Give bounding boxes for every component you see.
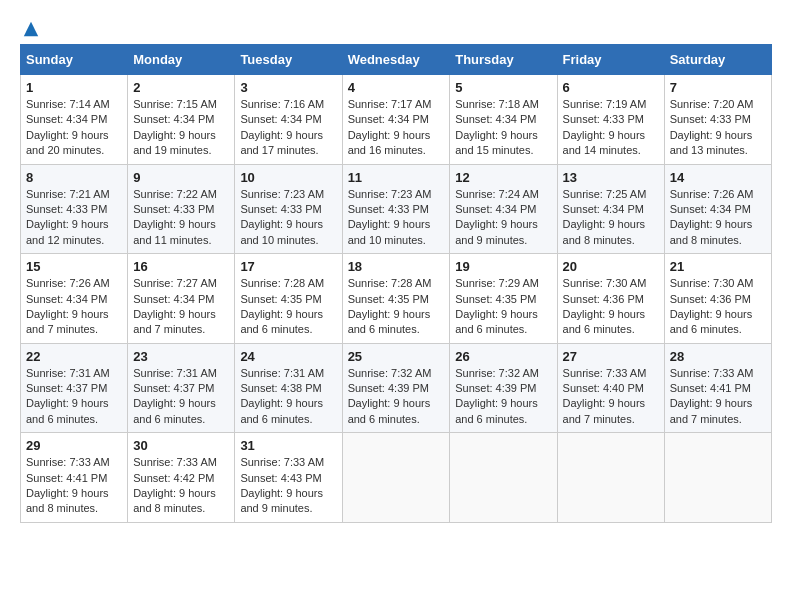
day-info: Sunrise: 7:33 AMSunset: 4:43 PMDaylight:…	[240, 455, 336, 517]
day-number: 9	[133, 170, 229, 185]
day-number: 27	[563, 349, 659, 364]
day-number: 14	[670, 170, 766, 185]
calendar-cell: 17Sunrise: 7:28 AMSunset: 4:35 PMDayligh…	[235, 254, 342, 344]
day-number: 13	[563, 170, 659, 185]
day-of-week-header: Saturday	[664, 45, 771, 75]
day-number: 18	[348, 259, 445, 274]
day-number: 22	[26, 349, 122, 364]
calendar-cell: 14Sunrise: 7:26 AMSunset: 4:34 PMDayligh…	[664, 164, 771, 254]
day-number: 20	[563, 259, 659, 274]
calendar-cell: 9Sunrise: 7:22 AMSunset: 4:33 PMDaylight…	[128, 164, 235, 254]
calendar-cell: 3Sunrise: 7:16 AMSunset: 4:34 PMDaylight…	[235, 75, 342, 165]
day-info: Sunrise: 7:33 AMSunset: 4:41 PMDaylight:…	[670, 366, 766, 428]
day-number: 24	[240, 349, 336, 364]
day-info: Sunrise: 7:17 AMSunset: 4:34 PMDaylight:…	[348, 97, 445, 159]
day-number: 7	[670, 80, 766, 95]
logo	[20, 20, 40, 34]
day-number: 15	[26, 259, 122, 274]
day-number: 26	[455, 349, 551, 364]
calendar-cell: 11Sunrise: 7:23 AMSunset: 4:33 PMDayligh…	[342, 164, 450, 254]
calendar-table: SundayMondayTuesdayWednesdayThursdayFrid…	[20, 44, 772, 523]
calendar-week-row: 15Sunrise: 7:26 AMSunset: 4:34 PMDayligh…	[21, 254, 772, 344]
day-info: Sunrise: 7:33 AMSunset: 4:41 PMDaylight:…	[26, 455, 122, 517]
calendar-cell: 5Sunrise: 7:18 AMSunset: 4:34 PMDaylight…	[450, 75, 557, 165]
day-info: Sunrise: 7:23 AMSunset: 4:33 PMDaylight:…	[240, 187, 336, 249]
calendar-cell: 26Sunrise: 7:32 AMSunset: 4:39 PMDayligh…	[450, 343, 557, 433]
calendar-cell: 2Sunrise: 7:15 AMSunset: 4:34 PMDaylight…	[128, 75, 235, 165]
day-info: Sunrise: 7:33 AMSunset: 4:42 PMDaylight:…	[133, 455, 229, 517]
calendar-cell: 18Sunrise: 7:28 AMSunset: 4:35 PMDayligh…	[342, 254, 450, 344]
day-info: Sunrise: 7:32 AMSunset: 4:39 PMDaylight:…	[455, 366, 551, 428]
day-number: 28	[670, 349, 766, 364]
day-number: 23	[133, 349, 229, 364]
day-number: 6	[563, 80, 659, 95]
day-of-week-header: Thursday	[450, 45, 557, 75]
day-info: Sunrise: 7:26 AMSunset: 4:34 PMDaylight:…	[670, 187, 766, 249]
day-number: 11	[348, 170, 445, 185]
day-number: 16	[133, 259, 229, 274]
day-of-week-header: Sunday	[21, 45, 128, 75]
day-info: Sunrise: 7:22 AMSunset: 4:33 PMDaylight:…	[133, 187, 229, 249]
day-info: Sunrise: 7:16 AMSunset: 4:34 PMDaylight:…	[240, 97, 336, 159]
day-of-week-header: Friday	[557, 45, 664, 75]
calendar-cell: 21Sunrise: 7:30 AMSunset: 4:36 PMDayligh…	[664, 254, 771, 344]
day-info: Sunrise: 7:23 AMSunset: 4:33 PMDaylight:…	[348, 187, 445, 249]
calendar-cell	[664, 433, 771, 523]
day-number: 3	[240, 80, 336, 95]
day-of-week-header: Monday	[128, 45, 235, 75]
calendar-cell: 19Sunrise: 7:29 AMSunset: 4:35 PMDayligh…	[450, 254, 557, 344]
day-info: Sunrise: 7:25 AMSunset: 4:34 PMDaylight:…	[563, 187, 659, 249]
calendar-cell: 27Sunrise: 7:33 AMSunset: 4:40 PMDayligh…	[557, 343, 664, 433]
day-number: 5	[455, 80, 551, 95]
day-info: Sunrise: 7:28 AMSunset: 4:35 PMDaylight:…	[240, 276, 336, 338]
calendar-cell: 6Sunrise: 7:19 AMSunset: 4:33 PMDaylight…	[557, 75, 664, 165]
day-number: 17	[240, 259, 336, 274]
calendar-cell	[450, 433, 557, 523]
calendar-cell: 25Sunrise: 7:32 AMSunset: 4:39 PMDayligh…	[342, 343, 450, 433]
day-info: Sunrise: 7:18 AMSunset: 4:34 PMDaylight:…	[455, 97, 551, 159]
calendar-cell: 15Sunrise: 7:26 AMSunset: 4:34 PMDayligh…	[21, 254, 128, 344]
day-number: 10	[240, 170, 336, 185]
svg-marker-0	[24, 22, 38, 36]
logo-icon	[22, 20, 40, 38]
day-info: Sunrise: 7:31 AMSunset: 4:38 PMDaylight:…	[240, 366, 336, 428]
day-number: 8	[26, 170, 122, 185]
day-info: Sunrise: 7:19 AMSunset: 4:33 PMDaylight:…	[563, 97, 659, 159]
day-info: Sunrise: 7:29 AMSunset: 4:35 PMDaylight:…	[455, 276, 551, 338]
day-info: Sunrise: 7:28 AMSunset: 4:35 PMDaylight:…	[348, 276, 445, 338]
day-of-week-header: Tuesday	[235, 45, 342, 75]
day-number: 12	[455, 170, 551, 185]
calendar-cell: 10Sunrise: 7:23 AMSunset: 4:33 PMDayligh…	[235, 164, 342, 254]
day-number: 2	[133, 80, 229, 95]
page-header	[20, 20, 772, 34]
day-info: Sunrise: 7:30 AMSunset: 4:36 PMDaylight:…	[670, 276, 766, 338]
calendar-cell: 22Sunrise: 7:31 AMSunset: 4:37 PMDayligh…	[21, 343, 128, 433]
day-info: Sunrise: 7:33 AMSunset: 4:40 PMDaylight:…	[563, 366, 659, 428]
calendar-week-row: 22Sunrise: 7:31 AMSunset: 4:37 PMDayligh…	[21, 343, 772, 433]
calendar-cell: 16Sunrise: 7:27 AMSunset: 4:34 PMDayligh…	[128, 254, 235, 344]
calendar-cell	[557, 433, 664, 523]
day-info: Sunrise: 7:32 AMSunset: 4:39 PMDaylight:…	[348, 366, 445, 428]
calendar-cell: 29Sunrise: 7:33 AMSunset: 4:41 PMDayligh…	[21, 433, 128, 523]
day-number: 30	[133, 438, 229, 453]
calendar-week-row: 29Sunrise: 7:33 AMSunset: 4:41 PMDayligh…	[21, 433, 772, 523]
calendar-cell: 28Sunrise: 7:33 AMSunset: 4:41 PMDayligh…	[664, 343, 771, 433]
day-info: Sunrise: 7:15 AMSunset: 4:34 PMDaylight:…	[133, 97, 229, 159]
day-number: 29	[26, 438, 122, 453]
day-number: 31	[240, 438, 336, 453]
day-of-week-header: Wednesday	[342, 45, 450, 75]
day-info: Sunrise: 7:26 AMSunset: 4:34 PMDaylight:…	[26, 276, 122, 338]
calendar-cell: 31Sunrise: 7:33 AMSunset: 4:43 PMDayligh…	[235, 433, 342, 523]
calendar-cell	[342, 433, 450, 523]
day-number: 1	[26, 80, 122, 95]
calendar-cell: 13Sunrise: 7:25 AMSunset: 4:34 PMDayligh…	[557, 164, 664, 254]
calendar-cell: 20Sunrise: 7:30 AMSunset: 4:36 PMDayligh…	[557, 254, 664, 344]
day-info: Sunrise: 7:14 AMSunset: 4:34 PMDaylight:…	[26, 97, 122, 159]
day-number: 4	[348, 80, 445, 95]
calendar-week-row: 1Sunrise: 7:14 AMSunset: 4:34 PMDaylight…	[21, 75, 772, 165]
calendar-week-row: 8Sunrise: 7:21 AMSunset: 4:33 PMDaylight…	[21, 164, 772, 254]
calendar-cell: 8Sunrise: 7:21 AMSunset: 4:33 PMDaylight…	[21, 164, 128, 254]
calendar-cell: 12Sunrise: 7:24 AMSunset: 4:34 PMDayligh…	[450, 164, 557, 254]
calendar-cell: 24Sunrise: 7:31 AMSunset: 4:38 PMDayligh…	[235, 343, 342, 433]
calendar-cell: 30Sunrise: 7:33 AMSunset: 4:42 PMDayligh…	[128, 433, 235, 523]
